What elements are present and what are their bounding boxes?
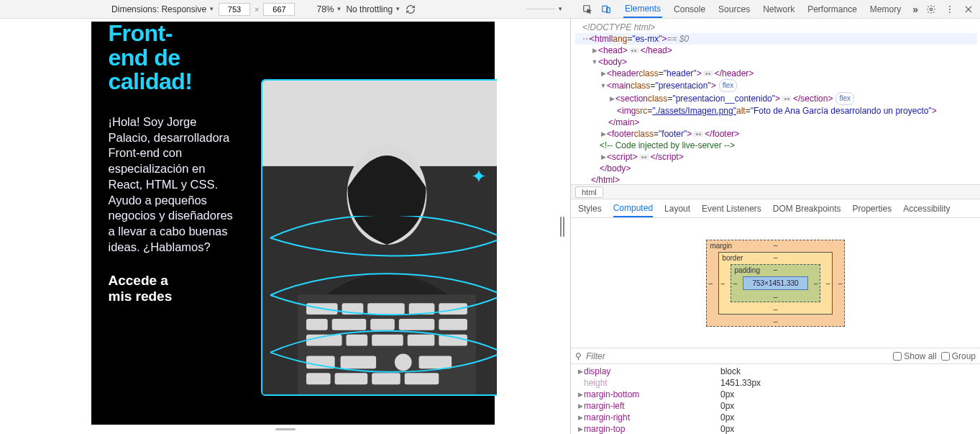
svg-point-3 (930, 8, 933, 11)
svg-rect-33 (404, 373, 439, 384)
svg-rect-32 (372, 373, 400, 384)
subtab-layout[interactable]: Layout (664, 200, 690, 217)
showall-checkbox[interactable]: Show all (893, 351, 936, 361)
gear-icon[interactable] (925, 4, 937, 15)
dom-tree[interactable]: <!DOCTYPE html> ⋯<html lang="es-mx"> == … (571, 19, 980, 184)
svg-point-4 (949, 5, 951, 6)
svg-point-26 (394, 354, 411, 371)
viewport-bottom-handle[interactable] (0, 424, 570, 434)
subtab-computed[interactable]: Computed (613, 199, 653, 217)
svg-rect-11 (306, 303, 337, 315)
close-icon[interactable] (963, 4, 974, 15)
svg-rect-13 (367, 303, 405, 315)
kebab-icon[interactable] (944, 4, 956, 15)
tab-network[interactable]: Network (761, 1, 796, 17)
svg-rect-16 (306, 319, 327, 330)
svg-rect-24 (407, 335, 434, 346)
throttling-select[interactable]: No throttling ▼ (346, 4, 400, 14)
breadcrumb[interactable]: html (571, 184, 980, 199)
subtab-styles[interactable]: Styles (578, 200, 602, 217)
subtab-properties[interactable]: Properties (853, 200, 892, 217)
filter-icon: ⚲ (575, 351, 582, 361)
viewport-width-input[interactable] (219, 3, 250, 16)
tab-console[interactable]: Console (672, 1, 707, 17)
device-toggle-icon[interactable] (600, 4, 612, 15)
page-paragraph: ¡Hola! Soy Jorge Palacio, desarrolladora… (109, 114, 238, 256)
svg-rect-18 (370, 319, 395, 330)
svg-rect-19 (398, 319, 434, 330)
tabs-more-icon[interactable]: » (912, 4, 918, 15)
tab-memory[interactable]: Memory (869, 1, 902, 17)
svg-rect-31 (334, 373, 367, 384)
svg-rect-23 (372, 335, 403, 346)
svg-rect-22 (346, 335, 367, 346)
computed-properties[interactable]: ▶displayblock height1451.33px ▶margin-bo… (571, 364, 980, 434)
extra-select[interactable]: ▼ (526, 6, 563, 12)
svg-rect-27 (306, 356, 334, 369)
box-model[interactable]: margin –––– border –––– padding –––– 753… (571, 218, 980, 348)
filter-input[interactable] (586, 351, 889, 361)
tab-elements[interactable]: Elements (623, 0, 662, 18)
inspect-icon[interactable] (582, 4, 593, 15)
subtab-eventlisteners[interactable]: Event Listeners (702, 200, 761, 217)
svg-rect-29 (418, 356, 452, 369)
viewport-resize-handle[interactable] (560, 217, 564, 237)
dimensions-select[interactable]: Dimensions: Responsive ▼ (111, 4, 214, 14)
svg-rect-14 (408, 303, 434, 315)
rotate-icon[interactable] (405, 4, 416, 15)
svg-rect-21 (306, 335, 342, 346)
styles-subtabs: Styles Computed Layout Event Listeners D… (571, 199, 980, 218)
viewport-height-input[interactable] (263, 3, 295, 16)
group-checkbox[interactable]: Group (941, 351, 976, 361)
page-image (261, 79, 497, 396)
tab-sources[interactable]: Sources (717, 1, 751, 17)
svg-rect-12 (342, 303, 363, 315)
svg-rect-25 (439, 335, 467, 346)
star-decoration-icon: ✦ (471, 166, 487, 188)
subtab-accessibility[interactable]: Accessibility (903, 200, 950, 217)
subtab-dombreakpoints[interactable]: DOM Breakpoints (773, 200, 841, 217)
tab-performance[interactable]: Performance (806, 1, 858, 17)
svg-point-5 (949, 9, 951, 10)
filter-bar: ⚲ Show all Group (571, 348, 980, 364)
svg-point-6 (949, 12, 951, 13)
svg-rect-15 (439, 303, 467, 315)
device-viewport: Front-end decalidad! ¡Hola! Soy Jorge Pa… (0, 19, 570, 434)
dimension-x: × (255, 5, 259, 14)
rendered-page: Front-end decalidad! ¡Hola! Soy Jorge Pa… (91, 22, 495, 425)
device-toolbar: Dimensions: Responsive ▼ × 78% ▼ No thro… (0, 0, 980, 19)
svg-rect-20 (439, 319, 467, 330)
svg-rect-28 (340, 356, 376, 369)
svg-rect-30 (306, 373, 330, 384)
svg-rect-17 (331, 319, 366, 330)
zoom-select[interactable]: 78% ▼ (316, 4, 342, 14)
